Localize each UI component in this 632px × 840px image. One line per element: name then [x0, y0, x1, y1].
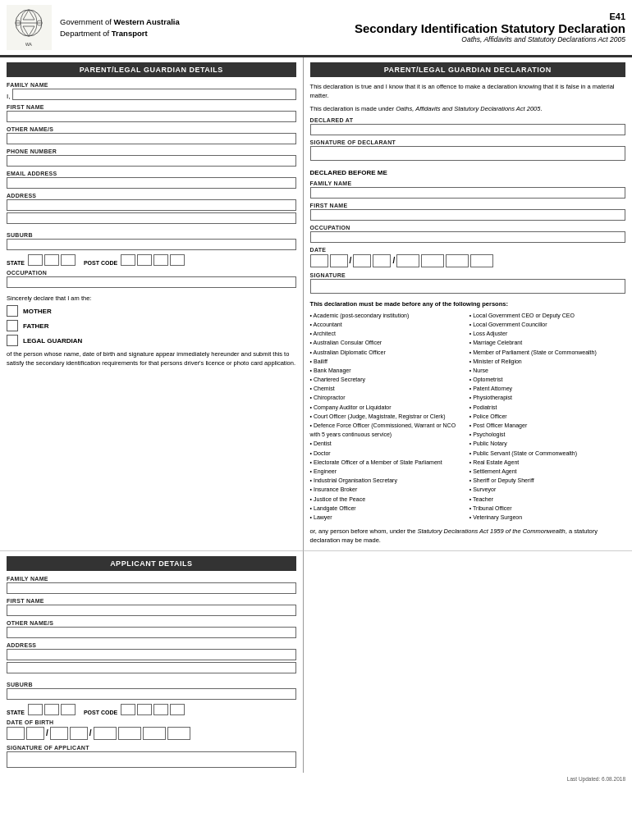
list-item: Justice of the Peace — [310, 495, 466, 504]
app-postcode-box-4[interactable] — [170, 704, 185, 715]
app-postcode-box-1[interactable] — [121, 704, 135, 715]
postcode-box-3[interactable] — [153, 254, 168, 266]
list-item: Member of Parliament (State or Commonwea… — [469, 348, 625, 357]
form-code: E41 — [249, 11, 625, 21]
dob-box-m1[interactable] — [50, 727, 68, 740]
app-address-input-1[interactable] — [7, 649, 296, 660]
postcode-boxes — [121, 254, 185, 266]
last-updated: Last Updated: 6.08.2018 — [0, 773, 632, 785]
list-item: Lawyer — [310, 513, 466, 522]
applicant-details-left: APPLICANT DETAILS FAMILY NAME FIRST NAME… — [0, 550, 304, 773]
date-sep-1: / — [350, 256, 352, 265]
list-item: Settlement Agent — [469, 467, 625, 476]
app-address-input-2[interactable] — [7, 662, 296, 673]
family-name-input[interactable] — [12, 89, 295, 100]
date-box-y1[interactable] — [396, 254, 419, 267]
page-header: WA Government of Western Australia Depar… — [0, 0, 632, 57]
dob-sep-1: / — [46, 728, 48, 737]
occupation-label: OCCUPATION — [7, 270, 296, 276]
date-box-y3[interactable] — [446, 254, 469, 267]
list-item: Chiropractor — [310, 393, 466, 402]
mother-row: MOTHER — [7, 305, 296, 317]
date-sep-2: / — [392, 256, 395, 265]
phone-input[interactable] — [7, 155, 296, 167]
postcode-box-4[interactable] — [170, 254, 185, 266]
dob-box-d2[interactable] — [26, 727, 44, 740]
gov-line2: Department of Transport — [60, 28, 249, 39]
dob-box-d1[interactable] — [7, 727, 25, 740]
date-box-d2[interactable] — [330, 254, 348, 267]
form-title-block: E41 Secondary Identification Statutory D… — [249, 11, 625, 43]
dob-box-y4[interactable] — [167, 727, 190, 740]
father-checkbox[interactable] — [7, 320, 18, 331]
list-item: Real Estate Agent — [469, 458, 625, 467]
list-item: Doctor — [310, 449, 466, 458]
app-other-label: OTHER NAME/S — [7, 620, 296, 626]
list-item: Post Officer Manager — [469, 421, 625, 430]
list-item: Chartered Secretary — [310, 375, 466, 384]
list-item: Bank Manager — [310, 366, 466, 375]
postcode-box-1[interactable] — [121, 254, 135, 266]
mother-checkbox[interactable] — [7, 305, 18, 317]
state-box-3[interactable] — [61, 254, 76, 266]
dob-box-y1[interactable] — [94, 727, 117, 740]
before-me-occupation-label: OCCUPATION — [310, 225, 625, 231]
app-signature-input[interactable] — [7, 751, 296, 768]
i-row: I, — [7, 89, 296, 100]
state-box-1[interactable] — [28, 254, 43, 266]
date-box-y2[interactable] — [421, 254, 444, 267]
other-names-input[interactable] — [7, 133, 296, 144]
app-postcode-box-3[interactable] — [153, 704, 168, 715]
date-box-y4[interactable] — [470, 254, 493, 267]
postcode-box-2[interactable] — [137, 254, 152, 266]
father-row: FATHER — [7, 320, 296, 331]
list-item: Court Officer (Judge, Magistrate, Regist… — [310, 412, 466, 421]
list-item: Tribunal Officer — [469, 504, 625, 513]
app-state-box-2[interactable] — [44, 704, 59, 715]
app-postcode-box-2[interactable] — [137, 704, 152, 715]
email-label: EMAIL ADDRESS — [7, 171, 296, 176]
svg-text:WA: WA — [25, 42, 33, 47]
app-family-input[interactable] — [7, 582, 296, 594]
app-state-box-1[interactable] — [28, 704, 43, 715]
dob-box-y2[interactable] — [118, 727, 141, 740]
parent-details-header: PARENT/LEGAL GUARDIAN DETAILS — [7, 62, 296, 77]
app-first-input[interactable] — [7, 605, 296, 616]
app-address-label: ADDRESS — [7, 642, 296, 648]
or-any-text: or, any person before whom, under the — [310, 527, 418, 535]
dob-sep-2: / — [89, 728, 92, 737]
app-suburb-input[interactable] — [7, 688, 296, 700]
address-input-2[interactable] — [7, 212, 296, 224]
date-box-m2[interactable] — [373, 254, 391, 267]
list-item: Accountant — [310, 320, 466, 329]
app-state-label: STATE — [7, 710, 25, 715]
date-box-m1[interactable] — [353, 254, 371, 267]
gov-dept: Transport — [112, 29, 148, 38]
declaration-text-2a: This declaration is made under — [310, 105, 396, 112]
declared-at-input[interactable] — [310, 124, 625, 135]
signature-declarant-input[interactable] — [310, 146, 625, 161]
list-item: Marriage Celebrant — [469, 338, 625, 347]
parent-declaration-header: PARENT/LEGAL GUARDIAN DECLARATION — [310, 62, 625, 77]
email-input[interactable] — [7, 177, 296, 189]
signature-input-2[interactable] — [310, 279, 625, 294]
before-me-first-input[interactable] — [310, 209, 625, 221]
suburb-input[interactable] — [7, 239, 296, 250]
declared-at-label: DECLARED AT — [310, 117, 625, 123]
dob-box-m2[interactable] — [70, 727, 88, 740]
before-me-occupation-input[interactable] — [310, 231, 625, 243]
date-label: DATE — [310, 247, 625, 253]
state-box-2[interactable] — [44, 254, 59, 266]
app-other-input[interactable] — [7, 627, 296, 638]
list-item: Australian Diplomatic Officer — [310, 348, 466, 357]
occupation-input[interactable] — [7, 276, 296, 288]
before-me-family-input[interactable] — [310, 187, 625, 199]
app-state-boxes — [28, 704, 76, 715]
date-box-d1[interactable] — [310, 254, 328, 267]
address-input-1[interactable] — [7, 199, 296, 211]
app-state-box-3[interactable] — [61, 704, 76, 715]
dob-box-y3[interactable] — [143, 727, 166, 740]
list-item: Local Government CEO or Deputy CEO — [469, 311, 625, 320]
first-name-input[interactable] — [7, 111, 296, 122]
legal-guardian-checkbox[interactable] — [7, 335, 18, 346]
